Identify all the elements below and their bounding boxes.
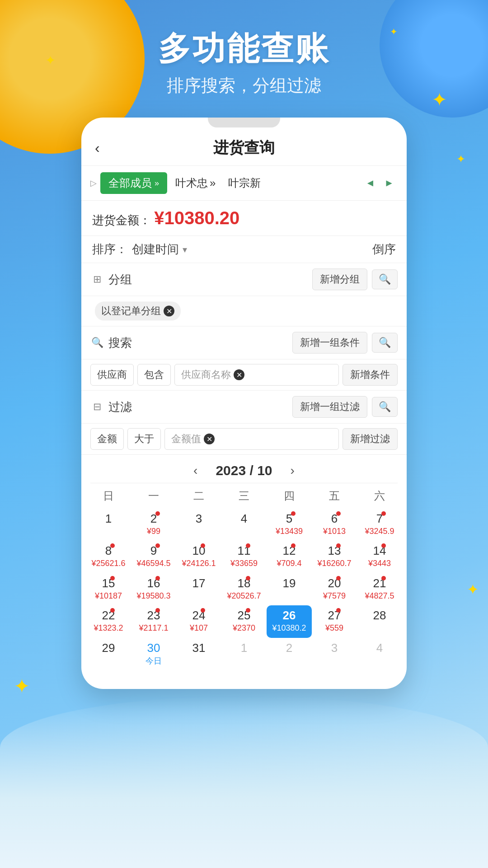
cal-cell-4-0[interactable]: 29 [86, 638, 131, 671]
cal-cell-4-3[interactable]: 1 [221, 638, 267, 671]
cal-cell-2-3[interactable]: 18¥20526.7 [221, 573, 267, 605]
cal-day-num: 24 [177, 608, 221, 623]
cal-cell-3-0[interactable]: 22¥1323.2 [86, 605, 131, 637]
cal-day-num: 16 [132, 576, 175, 591]
cal-day-num: 28 [358, 608, 401, 623]
search-value-close-button[interactable]: ✕ [234, 369, 244, 380]
cal-cell-4-2[interactable]: 31 [176, 638, 221, 671]
cal-header-row: 日一二三四五六 [86, 483, 402, 509]
cal-day-num: 15 [87, 576, 130, 591]
cal-cell-1-3[interactable]: 11¥33659 [221, 541, 267, 573]
group-tag-close-button[interactable]: ✕ [164, 306, 174, 316]
calendar-grid: 日一二三四五六 12¥99345¥134396¥10137¥3245.98¥25… [81, 483, 407, 671]
cal-day-num: 30 [132, 641, 175, 656]
member-tab-2[interactable]: 叶宗新 [224, 172, 265, 194]
cal-dot [110, 576, 115, 580]
cal-amount: ¥10380.2 [267, 623, 311, 633]
cal-cell-2-4[interactable]: 19 [267, 573, 312, 605]
cal-dow-二: 二 [176, 489, 221, 503]
cal-cell-0-4[interactable]: 5¥13439 [267, 509, 312, 541]
group-tag-label: 以登记单分组 [101, 304, 161, 318]
search-search-button[interactable]: 🔍 [372, 333, 398, 353]
cal-day-num: 3 [313, 641, 356, 656]
filter-label: 过滤 [108, 399, 288, 415]
cal-month-label: 2023 / 10 [216, 463, 272, 478]
add-group-button[interactable]: 新增分组 [312, 269, 367, 290]
cal-cell-0-3[interactable]: 4 [221, 509, 267, 541]
group-label: 分组 [108, 272, 308, 288]
cal-cell-1-6[interactable]: 14¥3443 [357, 541, 402, 573]
cal-today-label: 今日 [132, 656, 175, 666]
cal-prev-button[interactable]: ‹ [189, 463, 202, 478]
cal-cell-4-5[interactable]: 3 [312, 638, 357, 671]
cal-cell-2-6[interactable]: 21¥4827.5 [357, 573, 402, 605]
cal-day-num: 21 [358, 576, 401, 591]
back-button[interactable]: ‹ [95, 140, 100, 156]
add-search-group-button[interactable]: 新增一组条件 [292, 332, 367, 354]
cal-amount: ¥4827.5 [358, 591, 401, 601]
cal-cell-3-6[interactable]: 28 [357, 605, 402, 637]
cal-cell-4-4[interactable]: 2 [267, 638, 312, 671]
cal-dow-六: 六 [357, 489, 402, 503]
cal-day-num: 4 [222, 511, 266, 527]
cal-cell-1-1[interactable]: 9¥46594.5 [131, 541, 176, 573]
cal-dot [246, 576, 250, 580]
sort-select[interactable]: 创建时间 ▾ [132, 241, 368, 257]
calendar-nav: ‹ 2023 / 10 › [81, 455, 407, 483]
cal-cell-1-2[interactable]: 10¥24126.1 [176, 541, 221, 573]
cal-week-row-3: 22¥1323.223¥2117.124¥10725¥237026¥10380.… [86, 605, 402, 637]
cal-day-num: 11 [222, 543, 266, 559]
cal-dot [336, 511, 341, 516]
add-filter-group-button[interactable]: 新增一组过滤 [292, 396, 367, 418]
filter-search-button[interactable]: 🔍 [372, 397, 398, 417]
cal-cell-3-1[interactable]: 23¥2117.1 [131, 605, 176, 637]
cal-cell-4-6[interactable]: 4 [357, 638, 402, 671]
group-search-button[interactable]: 🔍 [372, 269, 398, 289]
cal-cell-1-0[interactable]: 8¥25621.6 [86, 541, 131, 573]
member-tab-all-label: 全部成员 [108, 176, 152, 190]
cal-day-num: 9 [132, 543, 175, 559]
nav-prev-icon[interactable]: ◄ [361, 175, 379, 191]
group-tag-row: 以登记单分组 ✕ [81, 296, 407, 326]
filter-op-chip[interactable]: 大于 [127, 428, 161, 450]
filter-value-input[interactable]: 金额值 ✕ [164, 428, 339, 450]
cal-cell-2-1[interactable]: 16¥19580.3 [131, 573, 176, 605]
add-condition-button[interactable]: 新增条件 [343, 364, 398, 386]
cal-cell-3-5[interactable]: 27¥559 [312, 605, 357, 637]
cal-cell-4-1[interactable]: 30今日 [131, 638, 176, 671]
cal-cell-2-5[interactable]: 20¥7579 [312, 573, 357, 605]
cal-cell-0-1[interactable]: 2¥99 [131, 509, 176, 541]
cal-cell-0-0[interactable]: 1 [86, 509, 131, 541]
member-tab-1[interactable]: 叶术忠 » [171, 172, 220, 194]
cal-cell-2-0[interactable]: 15¥10187 [86, 573, 131, 605]
cal-cell-1-4[interactable]: 12¥709.4 [267, 541, 312, 573]
dropdown-icon: ▾ [183, 244, 187, 255]
cal-cell-3-3[interactable]: 25¥2370 [221, 605, 267, 637]
cal-cell-2-2[interactable]: 17 [176, 573, 221, 605]
add-filter-button[interactable]: 新增过滤 [343, 428, 398, 450]
search-label: 搜索 [108, 335, 288, 351]
filter-field-chip[interactable]: 金额 [90, 428, 124, 450]
amount-row: 进货金额： ¥10380.20 [81, 201, 407, 236]
cal-cell-0-2[interactable]: 3 [176, 509, 221, 541]
cal-cell-3-4[interactable]: 26¥10380.2 [267, 605, 312, 637]
member-tabs: ▷ 全部成员 » 叶术忠 » 叶宗新 ◄ ► [81, 166, 407, 201]
cal-amount: ¥1323.2 [87, 623, 130, 633]
cal-day-num: 19 [267, 576, 311, 591]
member-tab-all[interactable]: 全部成员 » [100, 172, 167, 194]
cal-cell-0-6[interactable]: 7¥3245.9 [357, 509, 402, 541]
cal-amount: ¥2117.1 [132, 623, 175, 633]
cal-cell-0-5[interactable]: 6¥1013 [312, 509, 357, 541]
search-value-input[interactable]: 供应商名称 ✕ [174, 364, 339, 386]
cal-day-num: 2 [132, 511, 175, 527]
search-field-chip[interactable]: 供应商 [90, 364, 134, 386]
cal-cell-3-2[interactable]: 24¥107 [176, 605, 221, 637]
cal-cell-1-5[interactable]: 13¥16260.7 [312, 541, 357, 573]
filter-value-close-button[interactable]: ✕ [204, 434, 215, 444]
cal-next-button[interactable]: › [286, 463, 299, 478]
amount-label: 进货金额： [92, 213, 151, 227]
cal-dot [291, 511, 296, 516]
sort-row: 排序： 创建时间 ▾ 倒序 [81, 236, 407, 263]
nav-next-icon[interactable]: ► [380, 175, 398, 191]
search-op-chip[interactable]: 包含 [137, 364, 171, 386]
